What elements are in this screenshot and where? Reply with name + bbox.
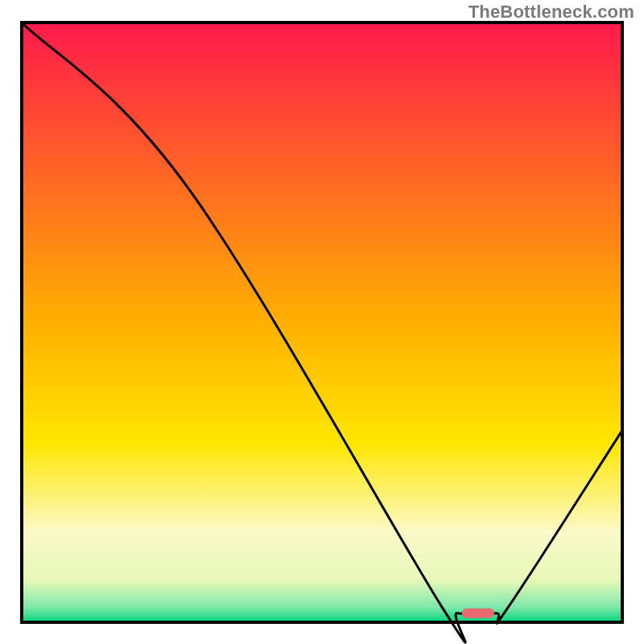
gradient-background <box>22 23 622 622</box>
bottleneck-chart <box>0 0 644 644</box>
optimal-marker <box>462 609 494 618</box>
watermark-text: TheBottleneck.com <box>469 2 634 23</box>
chart-stage: TheBottleneck.com <box>0 0 644 644</box>
